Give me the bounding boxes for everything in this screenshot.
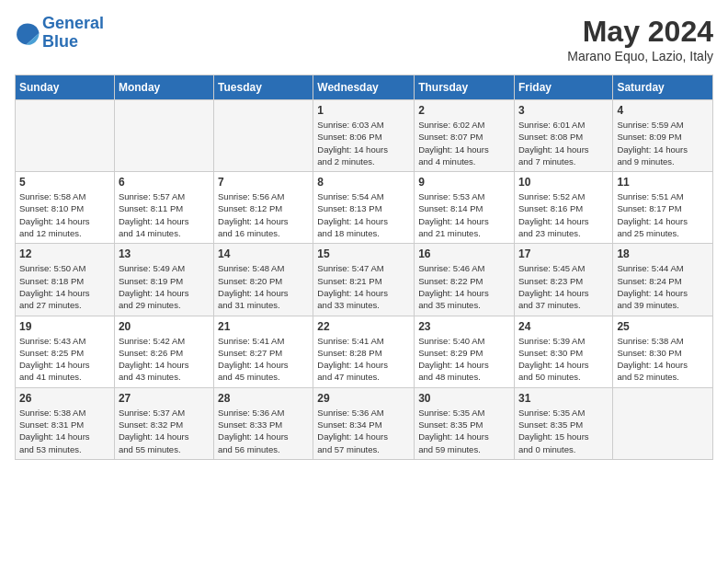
day-number: 11 bbox=[617, 176, 709, 189]
location-text: Marano Equo, Lazio, Italy bbox=[567, 49, 713, 63]
calendar-body: 1Sunrise: 6:03 AMSunset: 8:06 PMDaylight… bbox=[16, 100, 713, 460]
calendar-cell: 30Sunrise: 5:35 AMSunset: 8:35 PMDayligh… bbox=[415, 387, 515, 459]
logo-text: General Blue bbox=[42, 15, 104, 52]
calendar-header-wednesday: Wednesday bbox=[313, 75, 415, 100]
cell-line: Sunset: 8:25 PM bbox=[19, 347, 110, 359]
cell-line: Daylight: 14 hours bbox=[218, 431, 309, 442]
calendar-cell: 26Sunrise: 5:38 AMSunset: 8:31 PMDayligh… bbox=[16, 387, 115, 459]
day-number: 30 bbox=[418, 392, 510, 405]
day-number: 8 bbox=[317, 176, 410, 189]
cell-line: Sunrise: 5:45 AM bbox=[518, 262, 609, 274]
cell-line: Daylight: 14 hours bbox=[617, 144, 709, 155]
day-number: 10 bbox=[518, 176, 609, 189]
calendar-cell: 28Sunrise: 5:36 AMSunset: 8:33 PMDayligh… bbox=[214, 387, 313, 459]
calendar-cell: 2Sunrise: 6:02 AMSunset: 8:07 PMDaylight… bbox=[415, 100, 515, 172]
page-header: General Blue May 2024 Marano Equo, Lazio… bbox=[15, 15, 713, 63]
cell-line: Sunset: 8:26 PM bbox=[119, 347, 210, 359]
cell-line: Sunrise: 5:58 AM bbox=[19, 190, 110, 202]
cell-line: and 0 minutes. bbox=[518, 443, 609, 455]
cell-line: Daylight: 14 hours bbox=[418, 287, 510, 299]
cell-line: and 57 minutes. bbox=[317, 443, 410, 455]
day-number: 1 bbox=[317, 104, 410, 117]
cell-line: and 59 minutes. bbox=[418, 443, 510, 455]
calendar-cell: 19Sunrise: 5:43 AMSunset: 8:25 PMDayligh… bbox=[16, 316, 115, 387]
day-number: 6 bbox=[119, 176, 210, 189]
day-number: 12 bbox=[19, 247, 110, 260]
cell-line: Daylight: 14 hours bbox=[218, 215, 309, 227]
cell-line: Sunrise: 5:35 AM bbox=[518, 407, 609, 419]
cell-line: Daylight: 14 hours bbox=[617, 287, 709, 299]
calendar-cell: 18Sunrise: 5:44 AMSunset: 8:24 PMDayligh… bbox=[613, 244, 713, 316]
day-number: 18 bbox=[617, 247, 709, 260]
cell-line: Sunset: 8:10 PM bbox=[19, 202, 110, 214]
cell-line: Sunrise: 5:40 AM bbox=[418, 335, 510, 347]
calendar-week-row: 5Sunrise: 5:58 AMSunset: 8:10 PMDaylight… bbox=[16, 172, 713, 244]
day-number: 5 bbox=[19, 176, 110, 189]
cell-line: and 39 minutes. bbox=[617, 299, 709, 311]
calendar-cell: 10Sunrise: 5:52 AMSunset: 8:16 PMDayligh… bbox=[514, 172, 612, 244]
cell-line: Sunrise: 6:03 AM bbox=[317, 119, 410, 131]
cell-line: Daylight: 14 hours bbox=[317, 431, 410, 442]
cell-line: Sunrise: 5:49 AM bbox=[119, 262, 210, 274]
cell-line: Sunrise: 5:39 AM bbox=[518, 335, 609, 347]
cell-line: Daylight: 14 hours bbox=[418, 431, 510, 442]
cell-line: Sunset: 8:28 PM bbox=[317, 347, 410, 359]
cell-line: and 31 minutes. bbox=[218, 299, 309, 311]
cell-line: and 2 minutes. bbox=[317, 155, 410, 167]
cell-line: Sunset: 8:06 PM bbox=[317, 131, 410, 143]
cell-line: Sunrise: 5:35 AM bbox=[418, 407, 510, 419]
day-number: 2 bbox=[418, 104, 510, 117]
cell-line: and 4 minutes. bbox=[418, 155, 510, 167]
cell-line: Sunrise: 5:37 AM bbox=[119, 407, 210, 419]
day-number: 29 bbox=[317, 392, 410, 405]
cell-line: and 27 minutes. bbox=[19, 299, 110, 311]
cell-line: Sunrise: 5:36 AM bbox=[218, 407, 309, 419]
cell-line: Daylight: 14 hours bbox=[418, 359, 510, 371]
day-number: 13 bbox=[119, 247, 210, 260]
calendar-header-friday: Friday bbox=[514, 75, 612, 100]
calendar-cell: 8Sunrise: 5:54 AMSunset: 8:13 PMDaylight… bbox=[313, 172, 415, 244]
cell-line: Daylight: 14 hours bbox=[518, 215, 609, 227]
cell-line: Sunset: 8:35 PM bbox=[418, 419, 510, 431]
cell-line: Daylight: 14 hours bbox=[518, 359, 609, 371]
calendar-cell: 6Sunrise: 5:57 AMSunset: 8:11 PMDaylight… bbox=[114, 172, 213, 244]
cell-line: and 18 minutes. bbox=[317, 227, 410, 239]
calendar-cell: 4Sunrise: 5:59 AMSunset: 8:09 PMDaylight… bbox=[613, 100, 713, 172]
day-number: 14 bbox=[218, 247, 309, 260]
cell-line: and 41 minutes. bbox=[19, 371, 110, 383]
calendar-cell: 7Sunrise: 5:56 AMSunset: 8:12 PMDaylight… bbox=[214, 172, 313, 244]
cell-line: Daylight: 14 hours bbox=[19, 359, 110, 371]
cell-line: Sunset: 8:30 PM bbox=[518, 347, 609, 359]
cell-line: Daylight: 14 hours bbox=[218, 359, 309, 371]
cell-line: Daylight: 14 hours bbox=[19, 215, 110, 227]
cell-line: Sunrise: 5:36 AM bbox=[317, 407, 410, 419]
cell-line: Sunset: 8:34 PM bbox=[317, 419, 410, 431]
cell-line: and 53 minutes. bbox=[19, 443, 110, 455]
cell-line: Sunset: 8:35 PM bbox=[518, 419, 609, 431]
calendar-cell bbox=[114, 100, 213, 172]
day-number: 23 bbox=[418, 320, 510, 333]
cell-line: Sunset: 8:20 PM bbox=[218, 275, 309, 287]
logo: General Blue bbox=[15, 15, 104, 52]
cell-line: and 52 minutes. bbox=[617, 371, 709, 383]
day-number: 25 bbox=[617, 320, 709, 333]
cell-line: Sunrise: 5:41 AM bbox=[218, 335, 309, 347]
cell-line: Sunset: 8:09 PM bbox=[617, 131, 709, 143]
cell-line: Sunrise: 5:51 AM bbox=[617, 190, 709, 202]
cell-line: Sunset: 8:17 PM bbox=[617, 202, 709, 214]
cell-line: Sunrise: 5:52 AM bbox=[518, 190, 609, 202]
day-number: 22 bbox=[317, 320, 410, 333]
calendar-cell: 31Sunrise: 5:35 AMSunset: 8:35 PMDayligh… bbox=[514, 387, 612, 459]
calendar-cell: 24Sunrise: 5:39 AMSunset: 8:30 PMDayligh… bbox=[514, 316, 612, 387]
cell-line: Sunrise: 5:57 AM bbox=[119, 190, 210, 202]
cell-line: and 50 minutes. bbox=[518, 371, 609, 383]
cell-line: Daylight: 15 hours bbox=[518, 431, 609, 442]
cell-line: Sunset: 8:27 PM bbox=[218, 347, 309, 359]
logo-line1: General bbox=[42, 14, 104, 32]
cell-line: Sunrise: 6:02 AM bbox=[418, 119, 510, 131]
cell-line: Sunset: 8:07 PM bbox=[418, 131, 510, 143]
cell-line: Daylight: 14 hours bbox=[317, 144, 410, 155]
cell-line: and 9 minutes. bbox=[617, 155, 709, 167]
calendar-week-row: 1Sunrise: 6:03 AMSunset: 8:06 PMDaylight… bbox=[16, 100, 713, 172]
cell-line: and 29 minutes. bbox=[119, 299, 210, 311]
